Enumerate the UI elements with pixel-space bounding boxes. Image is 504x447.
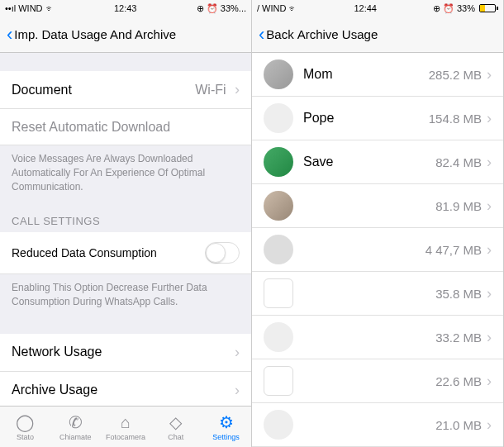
lock-icon: ⊕ [197,3,204,14]
tab-chat[interactable]: ◇ Chat [150,412,201,441]
alarm-icon: ⏰ [207,3,218,14]
chevron-right-icon: › [487,373,492,390]
carrier: WIND [262,3,286,13]
chevron-right-icon: › [235,344,240,361]
reduced-toggle[interactable] [205,242,240,264]
avatar [264,410,293,440]
avatar [264,278,293,308]
list-item[interactable]: 22.6 MB › [252,359,503,403]
right-screen: / WIND ᯤ 12:44 ⊕ ⏰ 33% ‹ Back Archive Us… [252,0,504,447]
size-value: 81.9 MB [435,199,482,213]
status-time: 12:44 [354,3,377,13]
document-label: Document [12,83,72,97]
avatar [264,59,293,89]
gear-icon: ⚙ [219,412,234,432]
tab-bar: ◯ Stato ✆ Chiamate ⌂ Fotocamera ◇ Chat ⚙… [0,406,251,447]
chevron-right-icon: › [487,285,492,302]
tab-settings[interactable]: ⚙ Settings [201,412,251,441]
lock-icon: ⊕ [433,3,440,14]
battery-text: 33%... [221,3,246,13]
reduced-data-row: Reduced Data Consumption [0,232,251,274]
content: Document Wi-Fi › Reset Automatic Downloa… [0,53,251,406]
wifi-icon: ᯤ [288,3,297,13]
list-item[interactable]: Pope 154.8 MB › [252,97,503,140]
reduced-label: Reduced Data Consumption [12,246,157,259]
chevron-right-icon: › [235,382,240,399]
list-item[interactable]: 21.0 MB › [252,403,503,447]
back-chevron-icon[interactable]: ‹ [7,24,12,45]
size-value: 4 47,7 MB [426,243,482,257]
alarm-icon: ⏰ [443,3,454,14]
chevron-right-icon: › [487,154,492,171]
signal-icon: ••ıl [5,3,16,13]
reset-label: Reset Automatic Download [12,120,170,135]
battery-text: 33% [457,3,475,13]
size-value: 82.4 MB [435,155,482,169]
chat-icon: ◇ [169,412,182,432]
contact-name: Save [303,155,435,169]
wifi-icon: ᯤ [45,3,55,13]
tab-fotocamera[interactable]: ⌂ Fotocamera [101,413,151,441]
list-item[interactable]: 81.9 MB › [252,184,503,228]
avatar [264,103,293,133]
size-value: 154.8 MB [429,112,482,126]
page-title: Archive Usage [297,27,378,41]
avatar [264,147,293,177]
avatar [264,191,293,221]
chevron-right-icon: › [487,110,492,127]
list-item[interactable]: Save 82.4 MB › [252,140,503,184]
page-title: Data Usage And Archive [42,27,177,41]
archive-list: Mom 285.2 MB › Pope 154.8 MB › Save 82.4… [252,53,503,447]
reset-row[interactable]: Reset Automatic Download [0,109,251,145]
contact-name: Mom [303,67,429,82]
left-screen: ••ıl WIND ᯤ 12:43 ⊕ ⏰ 33%... ‹ Imp. Data… [0,0,252,447]
status-bar: ••ıl WIND ᯤ 12:43 ⊕ ⏰ 33%... [0,0,251,17]
camera-icon: ⌂ [121,413,131,432]
avatar [264,235,293,264]
document-value: Wi-Fi [195,83,226,97]
archive-label: Archive Usage [12,383,97,397]
size-value: 22.6 MB [435,374,482,388]
chevron-right-icon: › [487,241,492,259]
size-value: 35.8 MB [435,287,482,301]
nav-bar: ‹ Back Archive Usage [252,17,503,53]
tab-stato[interactable]: ◯ Stato [0,412,50,441]
document-row[interactable]: Document Wi-Fi › [0,71,251,109]
list-item[interactable]: 4 47,7 MB › [252,228,503,272]
network-usage-row[interactable]: Network Usage › [0,334,251,372]
size-value: 33.2 MB [435,330,482,345]
phone-icon: ✆ [69,412,83,432]
tab-chiamate[interactable]: ✆ Chiamate [50,412,101,441]
contact-name: Pope [303,111,429,126]
chevron-right-icon: › [487,416,492,434]
status-icon: ◯ [16,412,34,432]
avatar [264,322,293,352]
chevron-right-icon: › [487,197,492,215]
list-item[interactable]: Mom 285.2 MB › [252,53,503,97]
back-label[interactable]: Imp. [14,27,38,41]
carrier: WIND [18,3,42,13]
archive-usage-row[interactable]: Archive Usage › [0,372,251,406]
call-settings-header: CALL SETTINGS [0,200,251,232]
network-label: Network Usage [12,345,102,359]
avatar [264,366,293,396]
nav-bar: ‹ Imp. Data Usage And Archive [0,17,251,53]
status-time: 12:43 [114,3,137,13]
voice-note: Voice Messages Are Always Downloaded Aut… [0,145,251,200]
back-label[interactable]: Back [266,27,293,41]
size-value: 285.2 MB [429,68,482,82]
chevron-right-icon: › [235,81,240,97]
chevron-right-icon: › [487,66,492,83]
list-item[interactable]: 35.8 MB › [252,272,503,316]
size-value: 21.0 MB [435,418,482,432]
carrier-slash: / [257,3,259,13]
list-item[interactable]: 33.2 MB › [252,316,503,359]
battery-icon [478,4,498,12]
back-chevron-icon[interactable]: ‹ [259,24,264,45]
chevron-right-icon: › [487,329,492,346]
reduced-note: Enabling This Option Decrease Further Da… [0,274,251,316]
status-bar: / WIND ᯤ 12:44 ⊕ ⏰ 33% [252,0,503,17]
